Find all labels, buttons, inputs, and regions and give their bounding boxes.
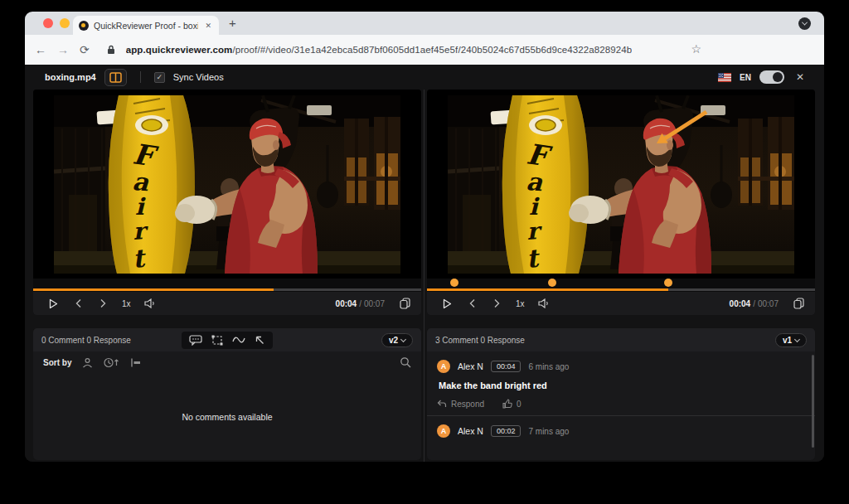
version-dropdown-left[interactable]: v2 [381,333,413,347]
window-minimize-button[interactable] [60,18,70,28]
browser-window: QuickReviewer Proof - boxing ✕ + ← → ⟳ a… [25,12,824,462]
comment-marker[interactable] [548,279,556,287]
time-display: 00:04/00:07 [336,299,385,308]
comment-meta: A Alex N 00:04 6 mins ago [437,360,805,373]
frames-icon[interactable] [400,298,410,309]
video-filename: boxing.mp4 [45,72,96,82]
marquee-tool-icon[interactable] [211,335,223,346]
comment-author: Alex N [458,426,483,436]
timeline-right[interactable] [427,279,815,292]
video-canvas-right[interactable] [427,90,815,279]
forward-icon[interactable]: → [57,43,69,56]
annotation-toolbar [182,332,273,349]
respond-button[interactable]: Respond [437,400,484,409]
address-bar[interactable]: app.quickreviewer.com/proof/#/video/31e1… [126,45,633,55]
like-button[interactable]: 0 [502,399,522,409]
toggle-knob [773,72,783,82]
comment-timestamp: 7 mins ago [528,427,569,436]
scrollbar[interactable] [812,355,814,448]
us-flag-icon [718,73,731,82]
window-close-button[interactable] [43,18,53,28]
language-label: EN [740,73,751,82]
browser-tab[interactable]: QuickReviewer Proof - boxing ✕ [73,16,219,35]
frames-icon[interactable] [793,298,804,309]
quickreviewer-favicon-icon [79,21,89,31]
video-player-left: 1x 00:04/00:07 [33,90,421,315]
comments-summary: 0 Comment 0 Response [41,336,131,345]
next-frame-button[interactable] [94,295,112,312]
back-icon[interactable]: ← [35,43,46,56]
comments-header-right: 3 Comment 0 Response v1 [427,328,815,351]
tab-close-icon[interactable]: ✕ [203,22,213,30]
reload-icon[interactable]: ⟳ [80,43,90,56]
player-controls-right: 1x 00:04/00:07 [427,292,815,315]
comment-tool-icon[interactable] [189,335,202,346]
timecode-badge[interactable]: 00:02 [491,425,522,437]
sort-by-user-icon[interactable] [82,357,93,368]
bookmark-star-icon[interactable]: ☆ [691,42,701,56]
empty-comments-message: No comments available [182,412,272,422]
progress-fill-left [33,288,274,291]
comments-summary: 3 Comment 0 Response [435,336,525,345]
chevron-down-icon [802,20,808,26]
sort-by-time-icon[interactable] [104,357,119,368]
new-tab-button[interactable]: + [229,17,236,30]
left-version-panel: 1x 00:04/00:07 0 Comment 0 Response [33,90,421,462]
timecode-badge[interactable]: 00:04 [491,361,522,372]
time-display: 00:04/00:07 [730,299,779,308]
sort-by-label: Sort by [43,358,71,367]
marker-layer-left [33,279,421,288]
comments-header-left: 0 Comment 0 Response v2 [33,328,421,351]
search-icon[interactable] [400,356,411,368]
video-frame [54,95,400,274]
desktop-background: F a i r t [0,0,849,504]
avatar: A [437,360,450,373]
chevron-down-icon [400,336,406,342]
reply-icon [437,400,447,408]
browser-tab-strip: QuickReviewer Proof - boxing ✕ + [25,12,824,35]
comments-panel-right: 3 Comment 0 Response v1 A Alex N 00:04 6… [427,328,815,460]
lock-icon [107,45,115,55]
arrow-tool-icon[interactable] [255,335,265,346]
quickreviewer-app: boxing.mp4 ✓ Sync Videos EN ✕ [25,65,824,462]
comment-actions: Respond 0 [437,399,805,409]
progress-track[interactable] [33,288,421,291]
video-canvas-left[interactable] [33,90,421,279]
progress-fill-right [427,288,668,291]
app-close-icon[interactable]: ✕ [796,71,804,83]
comment-text: Make the band bright red [439,380,805,390]
comment-marker[interactable] [450,279,458,287]
prev-frame-button[interactable] [463,295,481,312]
timeline-left[interactable] [33,279,421,292]
play-button[interactable] [44,295,62,312]
comment-item[interactable]: A Alex N 00:02 7 mins ago [427,415,815,444]
play-button[interactable] [438,295,456,312]
tab-search-button[interactable] [798,17,811,30]
marker-layer-right [427,279,815,288]
playback-speed[interactable]: 1x [122,299,131,308]
prev-frame-button[interactable] [69,295,87,312]
scribble-tool-icon[interactable] [232,336,245,344]
theme-toggle[interactable] [759,70,784,84]
sort-by-timecode-icon[interactable] [130,357,142,368]
playback-speed[interactable]: 1x [516,299,525,308]
tab-title: QuickReviewer Proof - boxing [94,21,198,31]
right-version-panel: 1x 00:04/00:07 3 Comment 0 Response v1 [427,90,815,462]
comment-timestamp: 6 mins ago [528,362,569,371]
comment-author: Alex N [458,361,483,371]
next-frame-button[interactable] [488,295,506,312]
sync-videos-checkbox[interactable]: ✓ [154,72,165,83]
url-domain: app.quickreviewer.com [126,45,233,55]
version-dropdown-right[interactable]: v1 [775,333,807,347]
chevron-down-icon [794,336,800,342]
comment-marker[interactable] [664,279,672,287]
sort-bar: Sort by [33,351,421,373]
app-toolbar: boxing.mp4 ✓ Sync Videos EN ✕ [25,65,824,90]
url-path: /proof/#/video/31e1a42ebca5d87bf0605dd1a… [232,45,632,55]
progress-track[interactable] [427,288,815,291]
thumb-up-icon [502,399,512,409]
comment-item[interactable]: A Alex N 00:04 6 mins ago Make the band … [427,351,815,415]
split-view-button[interactable] [104,69,127,86]
volume-icon[interactable] [535,295,553,312]
volume-icon[interactable] [141,295,159,312]
